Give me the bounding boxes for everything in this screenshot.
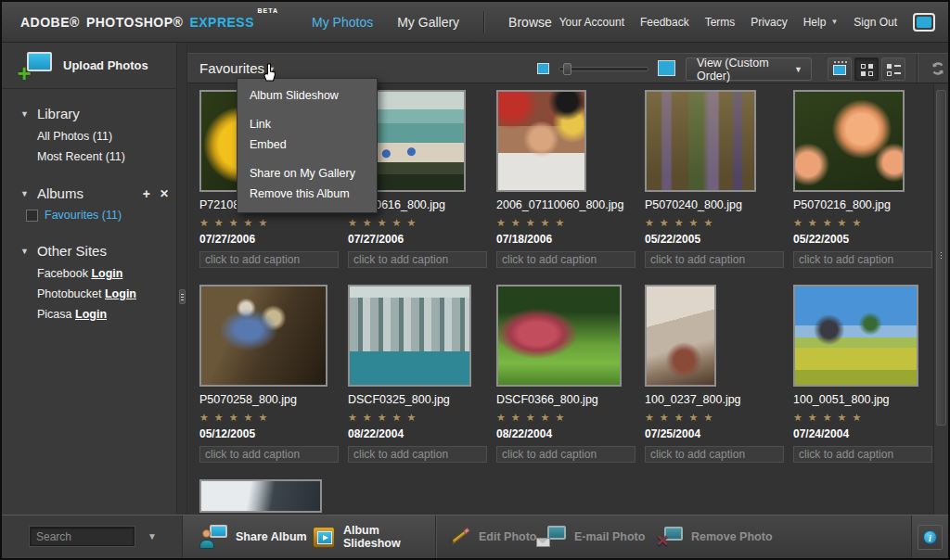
photo-thumbnail[interactable] <box>199 285 327 387</box>
fullscreen-icon[interactable] <box>913 13 935 32</box>
photo-filename: 2006_07110060_800.jpg <box>496 198 637 211</box>
caption-input[interactable] <box>496 251 635 268</box>
menu-item-share-on-my-gallery[interactable]: Share on My Gallery <box>238 163 377 184</box>
star-rating[interactable]: ★★★★★ <box>645 217 786 229</box>
menu-item-link[interactable]: Link <box>238 114 377 134</box>
sidebar-item-all-photos[interactable]: All Photos (11) <box>2 126 176 146</box>
photo-cell: DSCF0366_800.jpg ★★★★★ 08/22/2004 <box>496 285 637 463</box>
album-slideshow-button[interactable]: Album Slideshow <box>313 515 435 558</box>
photo-thumbnail[interactable] <box>348 285 471 387</box>
chevron-down-icon: ▼ <box>794 65 802 74</box>
album-checkbox[interactable] <box>26 210 38 222</box>
link-your-account[interactable]: Your Account <box>559 16 624 29</box>
remove-photo-label: Remove Photo <box>691 530 773 543</box>
menu-item-remove-this-album[interactable]: Remove this Album <box>238 184 377 204</box>
splitter-grip[interactable] <box>179 289 186 304</box>
star-rating[interactable]: ★★★★★ <box>793 217 933 229</box>
star-rating[interactable]: ★★★★★ <box>496 412 637 424</box>
thumbnail-small-icon[interactable] <box>537 63 549 74</box>
remove-photo-button[interactable]: ✕ Remove Photo <box>657 515 773 558</box>
view-grid-button[interactable] <box>854 57 879 81</box>
section-other-sites[interactable]: ▼ Other Sites <box>2 237 176 263</box>
info-button[interactable]: i <box>918 525 943 550</box>
photo-cell: 100_0237_800.jpg ★★★★★ 07/25/2004 <box>645 285 786 463</box>
view-order-dropdown[interactable]: View (Custom Order) ▼ <box>686 57 812 81</box>
view-list-button[interactable] <box>881 57 905 81</box>
tab-browse[interactable]: Browse <box>508 15 552 30</box>
album-slideshow-label: Album Slideshow <box>343 524 435 550</box>
star-rating[interactable]: ★★★★★ <box>348 412 489 424</box>
caption-input[interactable] <box>793 446 932 463</box>
link-terms[interactable]: Terms <box>705 16 736 29</box>
star-rating[interactable]: ★★★★★ <box>793 412 933 424</box>
caption-input[interactable] <box>348 251 487 268</box>
photo-date: 05/22/2005 <box>793 233 933 246</box>
scrollbar-thumb[interactable] <box>936 90 946 426</box>
delete-album-icon[interactable]: ✕ <box>160 187 169 200</box>
star-rating[interactable]: ★★★★★ <box>645 412 786 424</box>
caption-input[interactable] <box>348 446 487 463</box>
photo-thumbnail[interactable] <box>496 90 586 192</box>
facebook-label: Facebook <box>37 267 91 280</box>
caption-input[interactable] <box>645 446 784 463</box>
photo-thumbnail[interactable] <box>645 285 716 387</box>
tab-my-photos[interactable]: My Photos <box>312 15 373 30</box>
menu-item-album-slideshow[interactable]: Album Slideshow <box>238 85 377 106</box>
upload-photos-button[interactable]: + Upload Photos <box>2 43 176 89</box>
photo-thumbnail[interactable] <box>793 285 918 387</box>
caption-input[interactable] <box>645 251 784 268</box>
caption-input[interactable] <box>793 251 932 268</box>
vertical-scrollbar[interactable] <box>933 84 948 515</box>
primary-nav: My Photos My Gallery Browse <box>312 11 552 33</box>
caption-input[interactable] <box>496 446 635 463</box>
refresh-icon[interactable] <box>930 60 946 81</box>
info-icon: i <box>923 530 937 544</box>
link-privacy[interactable]: Privacy <box>751 16 787 29</box>
sidebar-tree: ▼ Library All Photos (11) Most Recent (1… <box>2 89 176 325</box>
grid-view-icon <box>861 64 873 76</box>
photo-filename: 100_0237_800.jpg <box>645 393 786 406</box>
app-logo: ADOBE® PHOTOSHOP® EXPRESS BETA <box>20 15 254 30</box>
facebook-login-link[interactable]: Login <box>91 267 122 280</box>
section-library[interactable]: ▼ Library <box>2 100 176 126</box>
link-sign-out[interactable]: Sign Out <box>854 16 897 29</box>
share-album-button[interactable]: Share Album <box>199 515 307 558</box>
photo-thumbnail[interactable] <box>199 479 322 513</box>
caption-input[interactable] <box>199 446 339 463</box>
slider-knob[interactable] <box>563 63 571 75</box>
star-rating[interactable]: ★★★★★ <box>199 217 340 229</box>
section-albums[interactable]: ▼ Albums + ✕ <box>2 180 176 206</box>
add-album-icon[interactable]: + <box>143 186 150 201</box>
tab-my-gallery[interactable]: My Gallery <box>397 15 459 30</box>
photo-thumbnail[interactable] <box>496 285 622 387</box>
view-single-button[interactable] <box>828 57 852 81</box>
sidebar-item-most-recent[interactable]: Most Recent (11) <box>2 146 176 167</box>
star-rating[interactable]: ★★★★★ <box>496 217 637 229</box>
star-rating[interactable]: ★★★★★ <box>348 217 489 229</box>
edit-photo-button[interactable]: Edit Photo <box>448 515 537 558</box>
photo-date: 08/22/2004 <box>496 427 637 440</box>
picasa-login-link[interactable]: Login <box>75 308 107 321</box>
help-menu[interactable]: Help <box>803 16 827 29</box>
photo-date: 07/27/2006 <box>199 233 340 246</box>
link-feedback[interactable]: Feedback <box>640 16 689 29</box>
logo-adobe: ADOBE® <box>20 15 80 30</box>
upload-label: Upload Photos <box>63 58 148 72</box>
panel-splitter[interactable] <box>176 43 187 515</box>
sidebar: + Upload Photos ▼ Library All Photos (11… <box>2 43 176 515</box>
view-order-value: View (Custom Order) <box>697 57 794 83</box>
search-options-caret-icon[interactable]: ▼ <box>148 531 157 541</box>
menu-item-embed[interactable]: Embed <box>238 134 377 155</box>
sidebar-item-favourites[interactable]: Favourites (11) <box>2 206 176 224</box>
photo-thumbnail[interactable] <box>645 90 756 192</box>
email-photo-button[interactable]: E-mail Photo <box>536 515 645 558</box>
album-title: Favourites <box>199 60 264 76</box>
caption-input[interactable] <box>199 251 339 268</box>
photobucket-login-link[interactable]: Login <box>105 287 136 300</box>
photo-cell: DSCF0325_800.jpg ★★★★★ 08/22/2004 <box>348 285 489 463</box>
thumbnail-large-icon[interactable] <box>658 60 675 76</box>
thumbnail-size-slider[interactable] <box>558 67 648 71</box>
star-rating[interactable]: ★★★★★ <box>199 412 340 424</box>
photo-thumbnail[interactable] <box>793 90 905 192</box>
search-input[interactable] <box>30 527 135 546</box>
